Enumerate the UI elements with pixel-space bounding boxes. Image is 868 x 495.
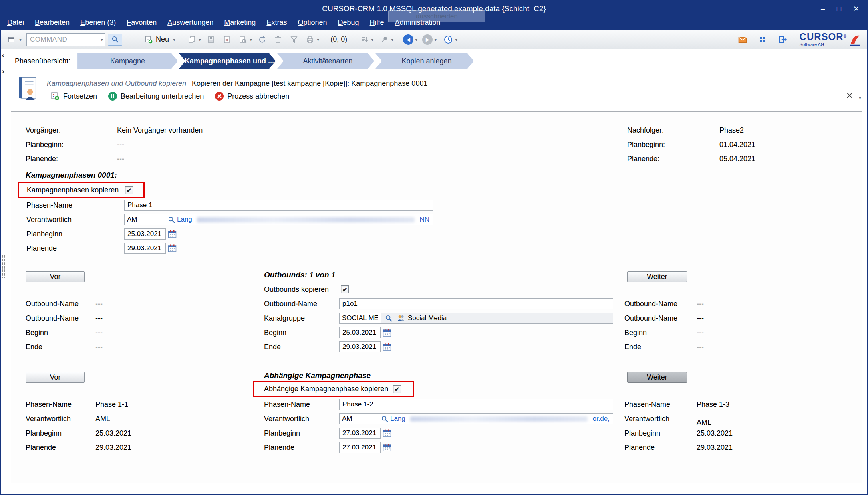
chevron-down-icon[interactable]: ▾ — [859, 95, 861, 101]
chevron-down-icon[interactable]: ▾ — [391, 37, 393, 42]
phasen-name-input[interactable] — [124, 200, 433, 211]
maximize-button[interactable]: □ — [837, 5, 841, 12]
menu-datei[interactable]: Datei — [7, 18, 24, 27]
tab-kopien-anlegen[interactable]: Kopien anlegen — [375, 53, 474, 69]
menu-optionen[interactable]: Optionen — [298, 18, 327, 27]
chevron-down-icon[interactable]: ▾ — [434, 37, 437, 42]
pin-button[interactable] — [378, 34, 390, 46]
calendar-icon[interactable] — [383, 443, 391, 452]
calendar-icon[interactable] — [168, 230, 177, 238]
window-controls: – □ ✕ — [821, 5, 867, 12]
planbeginn-input[interactable] — [124, 228, 166, 240]
dependent-verantwortlich-lookup-field: Lang or.de, — [339, 413, 613, 424]
chevron-down-icon[interactable]: ▾ — [455, 37, 457, 42]
calendar-icon[interactable] — [383, 343, 391, 351]
outbounds-kopieren-checkbox[interactable]: ✔ — [341, 285, 349, 293]
new-button[interactable]: Neu ▾ — [145, 35, 175, 44]
history-button[interactable] — [442, 34, 454, 46]
close-button[interactable]: ✕ — [853, 5, 859, 12]
kampagnenphasen-kopieren-checkbox[interactable]: ✔ — [125, 186, 133, 194]
dependent-phasen-name-input[interactable] — [339, 399, 613, 410]
field-label: Verantwortlich — [26, 216, 124, 224]
outbound-beginn-row: Beginn — [264, 327, 391, 338]
back-button[interactable]: ◀ — [402, 34, 414, 46]
responsible-link[interactable]: Lang — [390, 415, 405, 423]
logout-button[interactable] — [777, 34, 789, 46]
responsible-link-tail[interactable]: NN — [419, 216, 429, 224]
chevron-down-icon[interactable]: ▾ — [415, 37, 417, 42]
filter-button[interactable] — [288, 34, 300, 46]
close-view-button[interactable] — [846, 92, 855, 101]
menu-favoriten[interactable]: Favoriten — [127, 18, 157, 27]
print-button[interactable] — [304, 34, 316, 46]
responsible-link[interactable]: Lang — [177, 216, 192, 224]
chevron-down-icon[interactable]: ▾ — [371, 37, 373, 42]
chevron-down-icon[interactable]: ▾ — [317, 37, 319, 42]
forward-button[interactable]: ▶ — [421, 34, 433, 46]
field-label: Nachfolger: — [627, 126, 719, 135]
minimize-button[interactable]: – — [821, 5, 825, 12]
discard-button[interactable] — [221, 34, 233, 46]
save-button[interactable] — [205, 34, 217, 46]
lookup-button[interactable] — [237, 34, 249, 46]
outbound-left-beginn: Beginn --- — [26, 327, 103, 338]
fortsetzen-button[interactable]: Fortsetzen — [51, 92, 97, 101]
abhaengige-kopieren-checkbox[interactable]: ✔ — [393, 385, 401, 393]
weiter-button-outbound[interactable]: Weiter — [627, 271, 687, 282]
command-search-button[interactable] — [108, 34, 122, 46]
chevron-down-icon[interactable]: ▾ — [101, 37, 103, 42]
unterbrechen-button[interactable]: Bearbeitung unterbrechen — [108, 92, 204, 101]
outbound-beginn-input[interactable] — [339, 327, 381, 338]
chevron-down-icon[interactable]: ▾ — [173, 37, 175, 42]
menu-bearbeiten[interactable]: Bearbeiten — [35, 18, 70, 27]
field-value: AML — [95, 415, 110, 423]
menu-auswertungen[interactable]: Auswertungen — [167, 18, 213, 27]
refresh-button[interactable] — [256, 34, 268, 46]
tab-aktivitaetenarten[interactable]: Aktivitätenarten — [277, 53, 374, 69]
menu-marketing[interactable]: Marketing — [224, 18, 256, 27]
tab-kampagnenphasen[interactable]: Kampagnenphasen und ... — [179, 53, 276, 69]
field-label: Phasen-Name — [264, 400, 339, 409]
chevron-down-icon[interactable]: ▾ — [199, 37, 201, 42]
menu-debug[interactable]: Debug — [338, 18, 359, 27]
transfer-button[interactable] — [358, 34, 370, 46]
duplicate-button[interactable] — [186, 34, 198, 46]
forward-circle: ▶ — [422, 34, 433, 45]
expand-panel-icon[interactable]: › — [2, 68, 4, 75]
tab-kampagne[interactable]: Kampagne — [77, 53, 178, 69]
clock-icon — [443, 35, 453, 44]
grid-icon — [759, 36, 767, 44]
kanalgruppe-input[interactable] — [340, 313, 381, 323]
verantwortlich-input[interactable] — [125, 214, 166, 225]
phase-overview-label: Phasenübersicht: — [15, 57, 70, 65]
calendar-icon[interactable] — [168, 244, 177, 253]
outbound-ende-input[interactable] — [339, 341, 381, 352]
window-layout-button[interactable]: ▾ — [7, 36, 22, 44]
outbound-name-input[interactable] — [339, 298, 613, 309]
calendar-icon[interactable] — [383, 429, 391, 438]
dependent-verantwortlich-input[interactable] — [340, 414, 379, 424]
planende-input[interactable] — [124, 243, 166, 254]
abbrechen-button[interactable]: Prozess abbrechen — [215, 92, 289, 101]
dependent-planende-input[interactable] — [339, 442, 381, 453]
dependent-planbeginn-input[interactable] — [339, 428, 381, 439]
collapse-panel-icon[interactable]: ‹ — [2, 52, 4, 59]
field-label: Planbeginn: — [26, 141, 117, 149]
inbox-button[interactable] — [737, 34, 749, 46]
splitter-handle[interactable] — [2, 255, 6, 278]
menu-extras[interactable]: Extras — [266, 18, 287, 27]
calendar-icon[interactable] — [383, 328, 391, 337]
menu-hilfe[interactable]: Hilfe — [370, 18, 384, 27]
vor-button-dependent[interactable]: Vor — [26, 372, 85, 383]
chevron-down-icon[interactable]: ▾ — [250, 37, 252, 42]
menu-ebenen[interactable]: Ebenen (3) — [80, 18, 116, 27]
search-icon[interactable] — [385, 315, 393, 322]
weiter-button-dependent[interactable]: Weiter — [627, 372, 687, 383]
search-icon[interactable] — [381, 415, 389, 423]
delete-button[interactable] — [272, 34, 284, 46]
apps-grid-button[interactable] — [757, 34, 769, 46]
vor-button-outbound[interactable]: Vor — [26, 271, 85, 282]
command-input[interactable] — [26, 33, 105, 46]
search-icon[interactable] — [168, 216, 175, 224]
responsible-link-tail[interactable]: or.de, — [592, 415, 610, 423]
